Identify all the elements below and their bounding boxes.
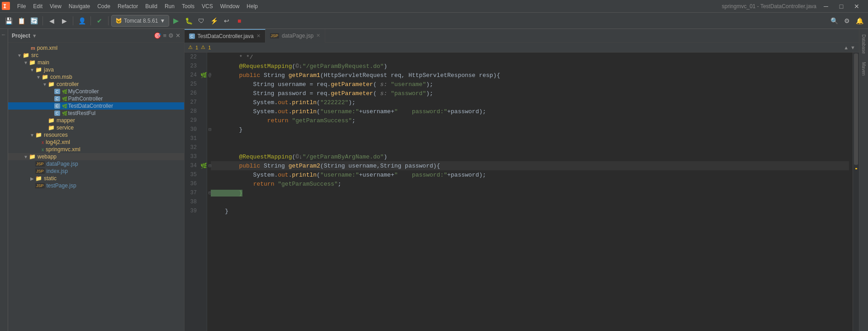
tree-item-static[interactable]: ▶ 📁 static	[8, 175, 184, 182]
save-all-button[interactable]: 📋	[15, 15, 27, 27]
main-label: main	[38, 59, 49, 66]
stop-button[interactable]: ■	[233, 15, 245, 27]
com-msb-arrow: ▼	[35, 75, 42, 80]
run-mark-button[interactable]: ✔	[94, 15, 105, 27]
right-tab-maven[interactable]: Maven	[860, 58, 867, 79]
panel-locate-button[interactable]: 🎯	[154, 32, 161, 39]
tab-datapage[interactable]: JSP dataPage.jsp ✕	[266, 29, 326, 43]
sync-button[interactable]: 🔄	[28, 15, 40, 27]
warning-bar: ⚠ 1 ⚠ 1 ▲ ▼	[185, 43, 859, 53]
menu-help[interactable]: Help	[243, 2, 261, 10]
panel-close-button[interactable]: ✕	[175, 32, 180, 39]
pom-label: pom.xml	[37, 45, 57, 51]
update-button[interactable]: 🔔	[854, 15, 865, 27]
tab-testdatacontroller[interactable]: C TestDataController.java ✕	[185, 29, 266, 43]
tree-item-mapper[interactable]: 📁 mapper	[8, 117, 184, 124]
panel-dropdown[interactable]: ▼	[32, 33, 37, 38]
save-button[interactable]: 💾	[3, 15, 14, 27]
menu-navigate[interactable]: Navigate	[65, 2, 94, 10]
panel-expand-button[interactable]: ≡	[163, 32, 166, 39]
tree-item-testdatacontroller[interactable]: C 🌿 TestDataController	[8, 102, 184, 110]
gutter-row-26: 26	[185, 89, 207, 98]
code-line-23: @RequestMapping(©↓"/getParamByRequest.do…	[211, 62, 849, 71]
menu-file[interactable]: File	[14, 2, 29, 10]
tree-item-resources[interactable]: ▼ 📁 resources	[8, 131, 184, 139]
service-label: service	[57, 125, 74, 131]
tree-item-log4j2[interactable]: x log4j2.xml	[8, 139, 184, 146]
webapp-arrow: ▼	[23, 154, 29, 159]
gutter-row-33: 33	[185, 152, 207, 161]
tree-item-com-msb[interactable]: ▼ 📁 com.msb	[8, 73, 184, 81]
run-config-label: Tomcat 8.5.61	[124, 18, 158, 24]
right-tab-database[interactable]: Database	[860, 31, 867, 58]
warning-next[interactable]: ▼	[850, 45, 855, 50]
com-msb-icon: 📁	[42, 74, 48, 80]
debug-button[interactable]: 🐛	[183, 15, 194, 27]
tree-item-src[interactable]: ▼ 📁 src	[8, 52, 184, 59]
scrollbar-thumb[interactable]	[854, 53, 858, 165]
java-label: java	[44, 67, 54, 73]
back-button[interactable]: ◀	[46, 15, 57, 27]
tree-item-controller[interactable]: ▼ 📁 controller	[8, 81, 184, 88]
tree-item-pathcontroller[interactable]: C 🌿 PathController	[8, 95, 184, 102]
src-icon: 📁	[23, 52, 29, 58]
tree-item-testpage[interactable]: JSP testPage.jsp	[8, 182, 184, 189]
maximize-button[interactable]: □	[835, 0, 847, 12]
panel-gear-button[interactable]: ⚙	[168, 32, 174, 39]
code-line-26: String password = req.getParameter( s: "…	[211, 89, 849, 98]
run-with-coverage-button[interactable]: 🛡	[195, 15, 207, 27]
menu-window[interactable]: Window	[217, 2, 243, 10]
tree-item-testrestful[interactable]: C 🌿 testRestFul	[8, 110, 184, 117]
menu-edit[interactable]: Edit	[29, 2, 46, 10]
close-button[interactable]: ✕	[851, 0, 863, 12]
gutter-row-28: 28	[185, 107, 207, 116]
file-tree: m pom.xml ▼ 📁 src ▼ 📁 main ▼ 📁 java ▼ 📁	[8, 43, 184, 331]
panel-title: Project	[12, 33, 30, 39]
reload-button[interactable]: ↩	[221, 15, 232, 27]
gutter-row-38: 38	[185, 197, 207, 206]
toolbar-sep-3	[90, 16, 91, 25]
index-icon: JSP	[35, 168, 45, 174]
menu-view[interactable]: View	[46, 2, 65, 10]
run-config-selector[interactable]: 🐱 Tomcat 8.5.61 ▼	[111, 15, 169, 27]
search-everywhere-button[interactable]: 🔍	[828, 15, 840, 27]
tree-item-webapp[interactable]: ▼ 📁 webapp	[8, 153, 184, 160]
tab-datapage-close[interactable]: ✕	[316, 33, 320, 38]
menu-code[interactable]: Code	[94, 2, 114, 10]
menu-build[interactable]: Build	[142, 2, 161, 10]
panel-header-icons: 🎯 ≡ ⚙ ✕	[154, 32, 180, 39]
menu-tools[interactable]: Tools	[178, 2, 198, 10]
warning-count-2: 1	[208, 45, 211, 50]
tree-item-java[interactable]: ▼ 📁 java	[8, 66, 184, 73]
log4j2-icon: x	[42, 140, 44, 145]
scrollbar-track[interactable]	[853, 53, 859, 331]
profile-button[interactable]: 👤	[76, 15, 88, 27]
minimize-button[interactable]: ─	[820, 0, 832, 12]
springmvc-label: springmvc.xml	[46, 146, 81, 153]
controller-icon: 📁	[48, 81, 55, 87]
tree-item-pom[interactable]: m pom.xml	[8, 44, 184, 52]
tree-item-datapage[interactable]: JSP dataPage.jsp	[8, 160, 184, 168]
left-strip-tab[interactable]: !	[0, 31, 7, 39]
gutter-row-32: 32	[185, 143, 207, 152]
project-panel: Project ▼ 🎯 ≡ ⚙ ✕ m pom.xml ▼ 📁 src ▼	[8, 29, 185, 331]
tree-item-mycontroller[interactable]: C 🌿 MyController	[8, 88, 184, 95]
menu-vcs[interactable]: VCS	[198, 2, 217, 10]
menu-refactor[interactable]: Refactor	[114, 2, 142, 10]
run-button[interactable]: ▶	[170, 15, 182, 27]
menu-run[interactable]: Run	[161, 2, 178, 10]
profile-run-button[interactable]: ⚡	[208, 15, 220, 27]
warning-prev[interactable]: ▲	[844, 45, 849, 50]
code-content[interactable]: * */ @RequestMapping(©↓"/getParamByReque…	[207, 53, 853, 331]
tree-item-index[interactable]: JSP index.jsp	[8, 168, 184, 175]
tree-item-main[interactable]: ▼ 📁 main	[8, 59, 184, 66]
forward-button[interactable]: ▶	[58, 15, 70, 27]
settings-button[interactable]: ⚙	[841, 15, 853, 27]
code-line-27: System.out.println("222222");	[211, 98, 849, 107]
pom-icon: m	[31, 45, 35, 51]
static-arrow: ▶	[29, 176, 35, 181]
tree-item-springmvc[interactable]: x springmvc.xml	[8, 146, 184, 153]
tab-testdatacontroller-close[interactable]: ✕	[256, 33, 261, 39]
testrestful-label: testRestFul	[68, 110, 96, 116]
tree-item-service[interactable]: 📁 service	[8, 124, 184, 131]
